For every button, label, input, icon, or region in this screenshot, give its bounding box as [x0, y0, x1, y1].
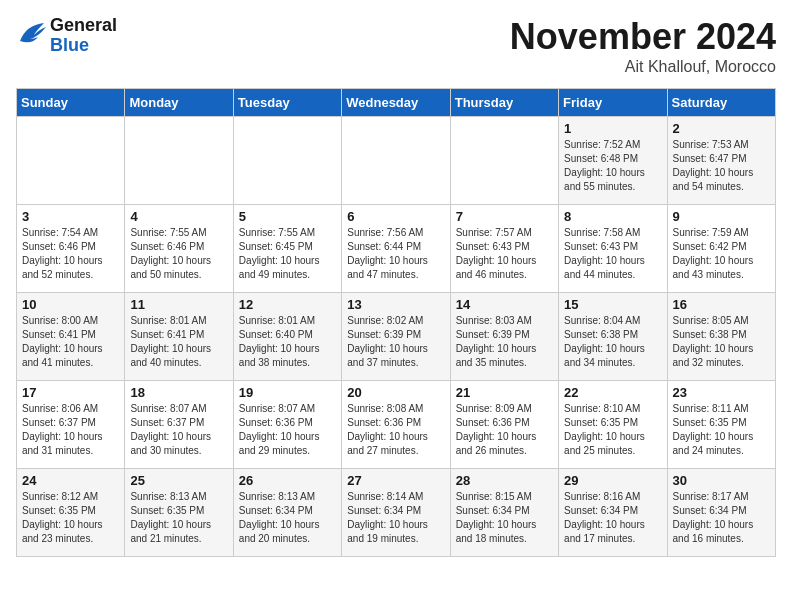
- weekday-header-sunday: Sunday: [17, 89, 125, 117]
- calendar-cell: [125, 117, 233, 205]
- day-info: Sunrise: 8:12 AM Sunset: 6:35 PM Dayligh…: [22, 490, 119, 546]
- weekday-header-tuesday: Tuesday: [233, 89, 341, 117]
- day-number: 17: [22, 385, 119, 400]
- calendar-cell: 14Sunrise: 8:03 AM Sunset: 6:39 PM Dayli…: [450, 293, 558, 381]
- day-number: 27: [347, 473, 444, 488]
- day-number: 2: [673, 121, 770, 136]
- weekday-header-saturday: Saturday: [667, 89, 775, 117]
- logo-general: General: [50, 16, 117, 36]
- day-number: 13: [347, 297, 444, 312]
- day-number: 22: [564, 385, 661, 400]
- calendar-cell: 4Sunrise: 7:55 AM Sunset: 6:46 PM Daylig…: [125, 205, 233, 293]
- day-info: Sunrise: 8:00 AM Sunset: 6:41 PM Dayligh…: [22, 314, 119, 370]
- weekday-header-wednesday: Wednesday: [342, 89, 450, 117]
- day-info: Sunrise: 8:09 AM Sunset: 6:36 PM Dayligh…: [456, 402, 553, 458]
- day-info: Sunrise: 7:53 AM Sunset: 6:47 PM Dayligh…: [673, 138, 770, 194]
- calendar-week-5: 24Sunrise: 8:12 AM Sunset: 6:35 PM Dayli…: [17, 469, 776, 557]
- calendar-cell: 1Sunrise: 7:52 AM Sunset: 6:48 PM Daylig…: [559, 117, 667, 205]
- day-info: Sunrise: 8:17 AM Sunset: 6:34 PM Dayligh…: [673, 490, 770, 546]
- day-number: 19: [239, 385, 336, 400]
- logo-blue: Blue: [50, 36, 117, 56]
- calendar-cell: 25Sunrise: 8:13 AM Sunset: 6:35 PM Dayli…: [125, 469, 233, 557]
- page-header: General Blue November 2024 Ait Khallouf,…: [16, 16, 776, 76]
- calendar-cell: 19Sunrise: 8:07 AM Sunset: 6:36 PM Dayli…: [233, 381, 341, 469]
- calendar-cell: 22Sunrise: 8:10 AM Sunset: 6:35 PM Dayli…: [559, 381, 667, 469]
- calendar-week-3: 10Sunrise: 8:00 AM Sunset: 6:41 PM Dayli…: [17, 293, 776, 381]
- calendar-cell: 6Sunrise: 7:56 AM Sunset: 6:44 PM Daylig…: [342, 205, 450, 293]
- day-number: 15: [564, 297, 661, 312]
- day-number: 6: [347, 209, 444, 224]
- day-info: Sunrise: 8:01 AM Sunset: 6:41 PM Dayligh…: [130, 314, 227, 370]
- weekday-header-friday: Friday: [559, 89, 667, 117]
- calendar-week-2: 3Sunrise: 7:54 AM Sunset: 6:46 PM Daylig…: [17, 205, 776, 293]
- day-number: 7: [456, 209, 553, 224]
- day-info: Sunrise: 7:56 AM Sunset: 6:44 PM Dayligh…: [347, 226, 444, 282]
- calendar-cell: 20Sunrise: 8:08 AM Sunset: 6:36 PM Dayli…: [342, 381, 450, 469]
- calendar-cell: 5Sunrise: 7:55 AM Sunset: 6:45 PM Daylig…: [233, 205, 341, 293]
- calendar-cell: 10Sunrise: 8:00 AM Sunset: 6:41 PM Dayli…: [17, 293, 125, 381]
- day-info: Sunrise: 7:55 AM Sunset: 6:46 PM Dayligh…: [130, 226, 227, 282]
- calendar-cell: [450, 117, 558, 205]
- calendar-cell: 16Sunrise: 8:05 AM Sunset: 6:38 PM Dayli…: [667, 293, 775, 381]
- calendar-cell: [17, 117, 125, 205]
- day-info: Sunrise: 7:58 AM Sunset: 6:43 PM Dayligh…: [564, 226, 661, 282]
- day-number: 5: [239, 209, 336, 224]
- day-info: Sunrise: 8:07 AM Sunset: 6:36 PM Dayligh…: [239, 402, 336, 458]
- logo: General Blue: [16, 16, 117, 56]
- day-number: 20: [347, 385, 444, 400]
- day-info: Sunrise: 8:05 AM Sunset: 6:38 PM Dayligh…: [673, 314, 770, 370]
- calendar-cell: 24Sunrise: 8:12 AM Sunset: 6:35 PM Dayli…: [17, 469, 125, 557]
- location-subtitle: Ait Khallouf, Morocco: [510, 58, 776, 76]
- day-info: Sunrise: 8:02 AM Sunset: 6:39 PM Dayligh…: [347, 314, 444, 370]
- calendar-cell: [233, 117, 341, 205]
- calendar-week-4: 17Sunrise: 8:06 AM Sunset: 6:37 PM Dayli…: [17, 381, 776, 469]
- day-info: Sunrise: 7:54 AM Sunset: 6:46 PM Dayligh…: [22, 226, 119, 282]
- day-number: 9: [673, 209, 770, 224]
- calendar-cell: 7Sunrise: 7:57 AM Sunset: 6:43 PM Daylig…: [450, 205, 558, 293]
- calendar-cell: 23Sunrise: 8:11 AM Sunset: 6:35 PM Dayli…: [667, 381, 775, 469]
- day-number: 11: [130, 297, 227, 312]
- title-block: November 2024 Ait Khallouf, Morocco: [510, 16, 776, 76]
- calendar-header: SundayMondayTuesdayWednesdayThursdayFrid…: [17, 89, 776, 117]
- day-number: 30: [673, 473, 770, 488]
- calendar-cell: 2Sunrise: 7:53 AM Sunset: 6:47 PM Daylig…: [667, 117, 775, 205]
- day-info: Sunrise: 8:01 AM Sunset: 6:40 PM Dayligh…: [239, 314, 336, 370]
- calendar-cell: 3Sunrise: 7:54 AM Sunset: 6:46 PM Daylig…: [17, 205, 125, 293]
- day-number: 25: [130, 473, 227, 488]
- month-title: November 2024: [510, 16, 776, 58]
- day-number: 24: [22, 473, 119, 488]
- day-number: 14: [456, 297, 553, 312]
- day-info: Sunrise: 7:57 AM Sunset: 6:43 PM Dayligh…: [456, 226, 553, 282]
- day-number: 28: [456, 473, 553, 488]
- calendar-cell: 13Sunrise: 8:02 AM Sunset: 6:39 PM Dayli…: [342, 293, 450, 381]
- day-info: Sunrise: 8:16 AM Sunset: 6:34 PM Dayligh…: [564, 490, 661, 546]
- calendar-cell: 30Sunrise: 8:17 AM Sunset: 6:34 PM Dayli…: [667, 469, 775, 557]
- logo-icon: [16, 21, 48, 51]
- calendar-cell: 8Sunrise: 7:58 AM Sunset: 6:43 PM Daylig…: [559, 205, 667, 293]
- calendar-cell: 11Sunrise: 8:01 AM Sunset: 6:41 PM Dayli…: [125, 293, 233, 381]
- day-info: Sunrise: 8:14 AM Sunset: 6:34 PM Dayligh…: [347, 490, 444, 546]
- day-number: 16: [673, 297, 770, 312]
- day-number: 29: [564, 473, 661, 488]
- day-number: 1: [564, 121, 661, 136]
- day-info: Sunrise: 8:06 AM Sunset: 6:37 PM Dayligh…: [22, 402, 119, 458]
- day-number: 4: [130, 209, 227, 224]
- day-number: 26: [239, 473, 336, 488]
- day-number: 18: [130, 385, 227, 400]
- day-number: 23: [673, 385, 770, 400]
- day-info: Sunrise: 8:15 AM Sunset: 6:34 PM Dayligh…: [456, 490, 553, 546]
- calendar-cell: 9Sunrise: 7:59 AM Sunset: 6:42 PM Daylig…: [667, 205, 775, 293]
- calendar-cell: 26Sunrise: 8:13 AM Sunset: 6:34 PM Dayli…: [233, 469, 341, 557]
- day-number: 21: [456, 385, 553, 400]
- day-number: 8: [564, 209, 661, 224]
- day-info: Sunrise: 8:08 AM Sunset: 6:36 PM Dayligh…: [347, 402, 444, 458]
- day-info: Sunrise: 8:03 AM Sunset: 6:39 PM Dayligh…: [456, 314, 553, 370]
- day-info: Sunrise: 8:13 AM Sunset: 6:34 PM Dayligh…: [239, 490, 336, 546]
- calendar-cell: 17Sunrise: 8:06 AM Sunset: 6:37 PM Dayli…: [17, 381, 125, 469]
- calendar-cell: 18Sunrise: 8:07 AM Sunset: 6:37 PM Dayli…: [125, 381, 233, 469]
- day-info: Sunrise: 7:59 AM Sunset: 6:42 PM Dayligh…: [673, 226, 770, 282]
- calendar-table: SundayMondayTuesdayWednesdayThursdayFrid…: [16, 88, 776, 557]
- calendar-cell: 27Sunrise: 8:14 AM Sunset: 6:34 PM Dayli…: [342, 469, 450, 557]
- weekday-header-monday: Monday: [125, 89, 233, 117]
- day-info: Sunrise: 8:07 AM Sunset: 6:37 PM Dayligh…: [130, 402, 227, 458]
